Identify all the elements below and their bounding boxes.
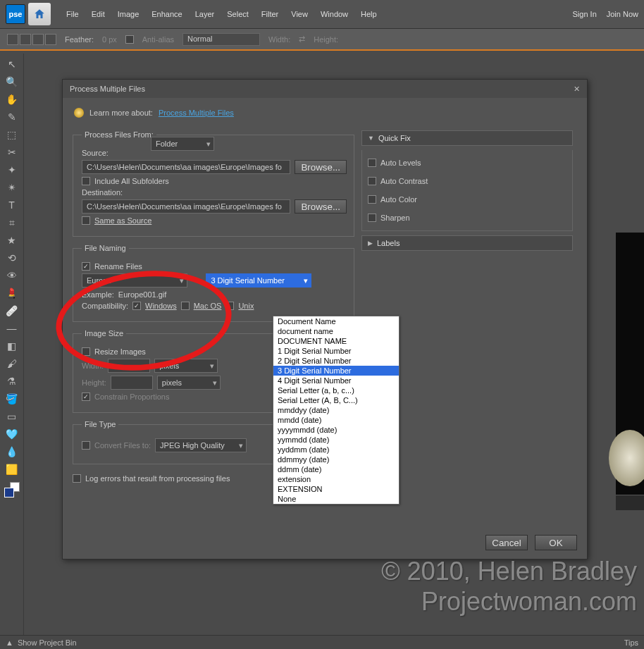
menu-layer[interactable]: Layer (190, 6, 221, 23)
gradient-tool[interactable]: ▭ (4, 409, 20, 424)
dropdown-option[interactable]: yyyymmdd (date) (273, 425, 399, 435)
home-button[interactable] (28, 3, 51, 25)
browse-source-button[interactable]: Browse... (295, 160, 347, 174)
menu-image[interactable]: Image (112, 6, 145, 23)
clone-tool[interactable]: 🩹 (4, 303, 20, 319)
source-path-input[interactable]: C:\Users\Helen\Documents\aa images\Europ… (82, 160, 290, 174)
dropdown-option[interactable]: Serial Letter (a, b, c...) (273, 385, 399, 395)
dropdown-option[interactable]: None (273, 494, 399, 504)
swap-icon[interactable]: ⇄ (299, 35, 305, 44)
log-errors-checkbox[interactable] (73, 474, 81, 483)
blend-mode-select[interactable]: Normal (182, 33, 260, 46)
naming-token-1-select[interactable]: Europe (82, 273, 187, 288)
pencil-tool[interactable]: — (4, 321, 20, 336)
joinnow-link[interactable]: Join Now (607, 10, 638, 18)
destination-path-input[interactable]: C:\Users\Helen\Documents\aa images\Europ… (82, 199, 290, 214)
learn-more-link[interactable]: Process Multiple Files (159, 109, 234, 117)
menu-enhance[interactable]: Enhance (146, 6, 187, 23)
dropdown-option[interactable]: mmdd (date) (273, 415, 399, 425)
selection-subtract-icon[interactable] (32, 34, 44, 45)
menu-select[interactable]: Select (221, 6, 254, 23)
smart-brush-tool[interactable]: ⚗ (4, 373, 20, 389)
dropdown-option[interactable]: mmddyy (date) (273, 405, 399, 415)
height-unit-select[interactable]: pixels (157, 376, 221, 390)
dropdown-option[interactable]: EXTENSION (273, 484, 399, 494)
tips-label[interactable]: Tips (624, 638, 638, 647)
straighten-tool[interactable]: ⟲ (4, 250, 20, 266)
cookie-cutter-tool[interactable]: ★ (4, 233, 20, 248)
spot-heal-tool[interactable]: 💄 (4, 285, 20, 301)
show-project-bin-label[interactable]: Show Project Bin (18, 638, 77, 647)
shape-tool[interactable]: 🩵 (4, 426, 20, 442)
naming-token-dropdown[interactable]: Document Namedocument nameDOCUMENT NAME1… (273, 316, 400, 505)
triangle-up-icon[interactable]: ▲ (6, 638, 13, 647)
dropdown-option[interactable]: extension (273, 474, 399, 484)
dropdown-option[interactable]: 3 Digit Serial Number (273, 366, 399, 376)
dropdown-option[interactable]: ddmmyy (date) (273, 455, 399, 464)
compat-windows-checkbox[interactable] (132, 302, 141, 310)
sharpen-checkbox[interactable] (368, 214, 376, 222)
lasso-tool[interactable]: ✂ (4, 144, 20, 160)
dropdown-option[interactable]: Document Name (273, 316, 399, 326)
process-from-select[interactable]: Folder (151, 137, 214, 151)
blur-tool[interactable]: 💧 (4, 444, 20, 459)
dropdown-option[interactable]: DOCUMENT NAME (273, 336, 399, 346)
auto-levels-checkbox[interactable] (368, 159, 376, 167)
menu-window[interactable]: Window (315, 6, 354, 23)
type-tool[interactable]: T (4, 197, 20, 213)
menu-file[interactable]: File (61, 6, 85, 23)
feather-value[interactable]: 0 px (102, 35, 117, 44)
same-as-source-checkbox[interactable] (82, 216, 90, 225)
move-tool[interactable]: ↖ (4, 56, 20, 72)
width-unit-select[interactable]: pixels (154, 359, 218, 373)
dropdown-option[interactable]: 2 Digit Serial Number (273, 356, 399, 366)
dropdown-option[interactable]: yymmdd (date) (273, 435, 399, 445)
dropdown-option[interactable]: ddmm (date) (273, 464, 399, 474)
quick-fix-header[interactable]: ▼Quick Fix (361, 130, 573, 146)
cancel-button[interactable]: Cancel (485, 535, 528, 550)
redeye-tool[interactable]: 👁 (4, 268, 20, 283)
auto-contrast-checkbox[interactable] (368, 177, 376, 185)
quick-select-tool[interactable]: ✴ (4, 180, 20, 195)
width-input[interactable] (108, 359, 150, 373)
browse-destination-button[interactable]: Browse... (295, 199, 347, 214)
app-logo[interactable]: pse (6, 4, 25, 24)
eyedropper-tool[interactable]: ✎ (4, 109, 20, 125)
include-subfolders-checkbox[interactable] (82, 177, 90, 185)
menu-edit[interactable]: Edit (86, 6, 111, 23)
color-swatch[interactable] (4, 482, 20, 497)
marquee-tool[interactable]: ⬚ (4, 127, 20, 142)
antialias-checkbox[interactable] (125, 35, 134, 44)
close-icon[interactable]: ✕ (574, 85, 580, 94)
auto-color-checkbox[interactable] (368, 195, 376, 204)
menu-view[interactable]: View (285, 6, 314, 23)
height-input[interactable] (111, 376, 153, 390)
dialog-titlebar[interactable]: Process Multiple Files ✕ (63, 80, 587, 98)
compat-mac-checkbox[interactable] (181, 302, 190, 310)
crop-tool[interactable]: ⌗ (4, 215, 20, 230)
brush-tool[interactable]: 🖌 (4, 356, 20, 371)
menu-filter[interactable]: Filter (256, 6, 284, 23)
selection-intersect-icon[interactable] (45, 34, 56, 45)
dropdown-option[interactable]: yyddmm (date) (273, 445, 399, 455)
magic-wand-tool[interactable]: ✦ (4, 162, 20, 178)
rename-files-checkbox[interactable] (82, 262, 90, 271)
resize-images-checkbox[interactable] (82, 347, 90, 356)
dropdown-option[interactable]: 1 Digit Serial Number (273, 346, 399, 356)
selection-add-icon[interactable] (20, 34, 31, 45)
naming-token-2-select[interactable]: 3 Digit Serial Number (206, 273, 311, 288)
compat-unix-checkbox[interactable] (225, 302, 234, 310)
ok-button[interactable]: OK (535, 535, 577, 550)
zoom-tool[interactable]: 🔍 (4, 74, 20, 89)
hand-tool[interactable]: ✋ (4, 92, 20, 107)
dropdown-option[interactable]: document name (273, 326, 399, 336)
constrain-checkbox[interactable] (82, 393, 90, 401)
document-scrollbar[interactable] (616, 495, 644, 510)
signin-link[interactable]: Sign In (573, 10, 597, 18)
dropdown-option[interactable]: Serial Letter (A, B, C...) (273, 395, 399, 405)
selection-new-icon[interactable] (7, 34, 18, 45)
labels-header[interactable]: ▶Labels (361, 235, 573, 251)
format-select[interactable]: JPEG High Quality (155, 438, 247, 452)
sponge-tool[interactable]: 🟨 (4, 462, 20, 477)
menu-help[interactable]: Help (355, 6, 383, 23)
